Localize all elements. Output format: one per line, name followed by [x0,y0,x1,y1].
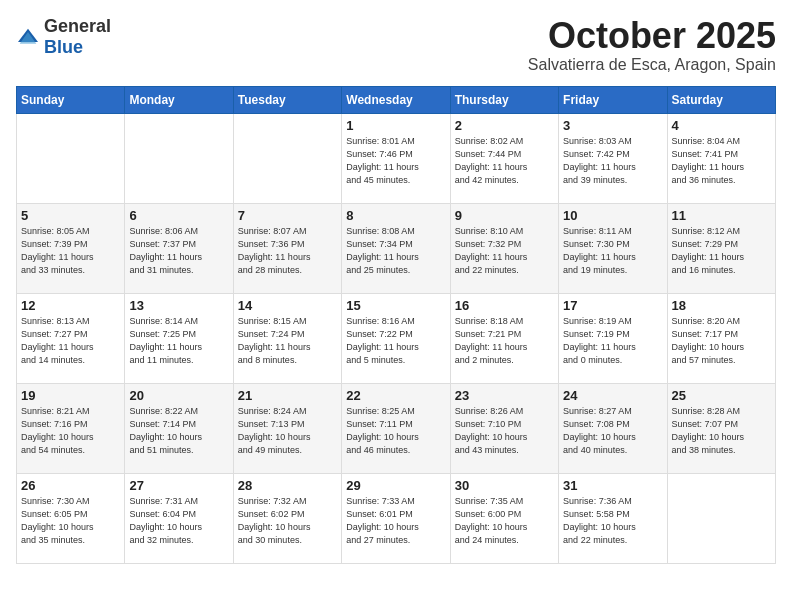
calendar-cell: 30Sunrise: 7:35 AM Sunset: 6:00 PM Dayli… [450,473,558,563]
calendar-cell: 2Sunrise: 8:02 AM Sunset: 7:44 PM Daylig… [450,113,558,203]
calendar-cell: 26Sunrise: 7:30 AM Sunset: 6:05 PM Dayli… [17,473,125,563]
weekday-header-wednesday: Wednesday [342,86,450,113]
day-info: Sunrise: 8:11 AM Sunset: 7:30 PM Dayligh… [563,225,662,277]
day-info: Sunrise: 8:22 AM Sunset: 7:14 PM Dayligh… [129,405,228,457]
day-info: Sunrise: 8:04 AM Sunset: 7:41 PM Dayligh… [672,135,771,187]
day-info: Sunrise: 8:10 AM Sunset: 7:32 PM Dayligh… [455,225,554,277]
logo-blue: Blue [44,37,83,57]
calendar-week-4: 19Sunrise: 8:21 AM Sunset: 7:16 PM Dayli… [17,383,776,473]
day-info: Sunrise: 7:31 AM Sunset: 6:04 PM Dayligh… [129,495,228,547]
calendar-cell: 3Sunrise: 8:03 AM Sunset: 7:42 PM Daylig… [559,113,667,203]
day-info: Sunrise: 8:26 AM Sunset: 7:10 PM Dayligh… [455,405,554,457]
day-info: Sunrise: 8:15 AM Sunset: 7:24 PM Dayligh… [238,315,337,367]
calendar-cell: 21Sunrise: 8:24 AM Sunset: 7:13 PM Dayli… [233,383,341,473]
day-info: Sunrise: 8:02 AM Sunset: 7:44 PM Dayligh… [455,135,554,187]
day-info: Sunrise: 7:30 AM Sunset: 6:05 PM Dayligh… [21,495,120,547]
weekday-header-tuesday: Tuesday [233,86,341,113]
day-number: 16 [455,298,554,313]
day-info: Sunrise: 8:06 AM Sunset: 7:37 PM Dayligh… [129,225,228,277]
day-info: Sunrise: 8:28 AM Sunset: 7:07 PM Dayligh… [672,405,771,457]
calendar-cell: 19Sunrise: 8:21 AM Sunset: 7:16 PM Dayli… [17,383,125,473]
day-number: 14 [238,298,337,313]
day-info: Sunrise: 8:25 AM Sunset: 7:11 PM Dayligh… [346,405,445,457]
calendar-cell: 27Sunrise: 7:31 AM Sunset: 6:04 PM Dayli… [125,473,233,563]
calendar-cell [17,113,125,203]
location-title: Salvatierra de Esca, Aragon, Spain [528,56,776,74]
day-info: Sunrise: 8:20 AM Sunset: 7:17 PM Dayligh… [672,315,771,367]
calendar-cell: 24Sunrise: 8:27 AM Sunset: 7:08 PM Dayli… [559,383,667,473]
calendar-cell: 14Sunrise: 8:15 AM Sunset: 7:24 PM Dayli… [233,293,341,383]
day-number: 24 [563,388,662,403]
day-number: 20 [129,388,228,403]
calendar-cell: 20Sunrise: 8:22 AM Sunset: 7:14 PM Dayli… [125,383,233,473]
calendar-cell: 6Sunrise: 8:06 AM Sunset: 7:37 PM Daylig… [125,203,233,293]
calendar-cell [233,113,341,203]
day-number: 9 [455,208,554,223]
calendar-cell: 25Sunrise: 8:28 AM Sunset: 7:07 PM Dayli… [667,383,775,473]
day-number: 21 [238,388,337,403]
day-info: Sunrise: 8:01 AM Sunset: 7:46 PM Dayligh… [346,135,445,187]
calendar-week-1: 1Sunrise: 8:01 AM Sunset: 7:46 PM Daylig… [17,113,776,203]
calendar-cell: 28Sunrise: 7:32 AM Sunset: 6:02 PM Dayli… [233,473,341,563]
day-number: 6 [129,208,228,223]
day-number: 28 [238,478,337,493]
day-info: Sunrise: 8:07 AM Sunset: 7:36 PM Dayligh… [238,225,337,277]
day-info: Sunrise: 8:13 AM Sunset: 7:27 PM Dayligh… [21,315,120,367]
day-info: Sunrise: 8:05 AM Sunset: 7:39 PM Dayligh… [21,225,120,277]
day-number: 15 [346,298,445,313]
calendar-cell: 11Sunrise: 8:12 AM Sunset: 7:29 PM Dayli… [667,203,775,293]
calendar-cell: 5Sunrise: 8:05 AM Sunset: 7:39 PM Daylig… [17,203,125,293]
logo-text: General Blue [44,16,111,58]
logo-icon [16,27,40,47]
day-number: 26 [21,478,120,493]
day-info: Sunrise: 7:32 AM Sunset: 6:02 PM Dayligh… [238,495,337,547]
day-info: Sunrise: 8:16 AM Sunset: 7:22 PM Dayligh… [346,315,445,367]
calendar-cell: 15Sunrise: 8:16 AM Sunset: 7:22 PM Dayli… [342,293,450,383]
calendar-cell: 29Sunrise: 7:33 AM Sunset: 6:01 PM Dayli… [342,473,450,563]
calendar-cell: 18Sunrise: 8:20 AM Sunset: 7:17 PM Dayli… [667,293,775,383]
weekday-header-row: SundayMondayTuesdayWednesdayThursdayFrid… [17,86,776,113]
calendar-cell: 17Sunrise: 8:19 AM Sunset: 7:19 PM Dayli… [559,293,667,383]
calendar-cell: 10Sunrise: 8:11 AM Sunset: 7:30 PM Dayli… [559,203,667,293]
day-info: Sunrise: 7:33 AM Sunset: 6:01 PM Dayligh… [346,495,445,547]
day-number: 4 [672,118,771,133]
calendar-cell: 4Sunrise: 8:04 AM Sunset: 7:41 PM Daylig… [667,113,775,203]
calendar-cell: 22Sunrise: 8:25 AM Sunset: 7:11 PM Dayli… [342,383,450,473]
calendar-cell: 8Sunrise: 8:08 AM Sunset: 7:34 PM Daylig… [342,203,450,293]
title-block: October 2025 Salvatierra de Esca, Aragon… [528,16,776,74]
day-number: 12 [21,298,120,313]
page-header: General Blue October 2025 Salvatierra de… [16,16,776,74]
calendar-cell: 9Sunrise: 8:10 AM Sunset: 7:32 PM Daylig… [450,203,558,293]
day-info: Sunrise: 8:19 AM Sunset: 7:19 PM Dayligh… [563,315,662,367]
day-number: 31 [563,478,662,493]
day-number: 8 [346,208,445,223]
calendar-body: 1Sunrise: 8:01 AM Sunset: 7:46 PM Daylig… [17,113,776,563]
day-number: 27 [129,478,228,493]
day-number: 19 [21,388,120,403]
day-info: Sunrise: 8:08 AM Sunset: 7:34 PM Dayligh… [346,225,445,277]
day-info: Sunrise: 7:36 AM Sunset: 5:58 PM Dayligh… [563,495,662,547]
calendar-cell [667,473,775,563]
calendar-cell: 23Sunrise: 8:26 AM Sunset: 7:10 PM Dayli… [450,383,558,473]
calendar-cell: 1Sunrise: 8:01 AM Sunset: 7:46 PM Daylig… [342,113,450,203]
calendar-cell: 12Sunrise: 8:13 AM Sunset: 7:27 PM Dayli… [17,293,125,383]
calendar-week-3: 12Sunrise: 8:13 AM Sunset: 7:27 PM Dayli… [17,293,776,383]
day-number: 1 [346,118,445,133]
logo-general: General [44,16,111,36]
day-number: 11 [672,208,771,223]
day-number: 30 [455,478,554,493]
day-number: 13 [129,298,228,313]
day-number: 5 [21,208,120,223]
weekday-header-friday: Friday [559,86,667,113]
month-title: October 2025 [528,16,776,56]
calendar-cell: 7Sunrise: 8:07 AM Sunset: 7:36 PM Daylig… [233,203,341,293]
calendar-week-2: 5Sunrise: 8:05 AM Sunset: 7:39 PM Daylig… [17,203,776,293]
day-number: 10 [563,208,662,223]
day-info: Sunrise: 8:12 AM Sunset: 7:29 PM Dayligh… [672,225,771,277]
weekday-header-monday: Monday [125,86,233,113]
day-info: Sunrise: 8:24 AM Sunset: 7:13 PM Dayligh… [238,405,337,457]
calendar-cell: 31Sunrise: 7:36 AM Sunset: 5:58 PM Dayli… [559,473,667,563]
weekday-header-sunday: Sunday [17,86,125,113]
day-number: 25 [672,388,771,403]
calendar-cell [125,113,233,203]
